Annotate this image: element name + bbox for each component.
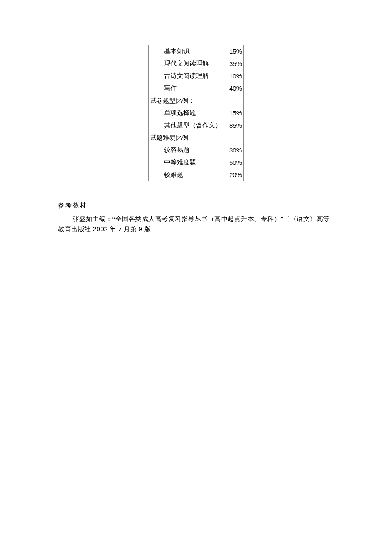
ref-text: 张盛如主编：“全国各类成人高考复习指导丛书（高中起点升本、专科）”〈〈语文》高等 [73,216,330,222]
row-value: 35% [229,60,242,67]
ref-year: 2002 [93,225,108,233]
section-header: 试卷题型比例： [149,95,243,107]
row-label: 中等难度题 [164,158,196,167]
ref-text: 教育出版社 [58,226,93,233]
row-value: 40% [229,85,242,92]
row-label: 较难题 [164,171,183,179]
ref-text: 月第 [122,226,139,233]
table-row: 较容易题 30% [149,144,243,156]
row-label: 现代文阅读理解 [164,60,209,68]
header-label: 试题难易比例 [150,134,188,142]
ref-text: 年 [108,226,118,233]
table-row: 现代文阅读理解 35% [149,58,243,70]
table-row: 其他题型（含作文） 85% [149,119,243,132]
row-value: 20% [229,171,242,178]
row-label: 其他题型（含作文） [164,121,222,129]
row-value: 50% [229,159,242,166]
table-row: 写作 40% [149,82,243,95]
header-label: 试卷题型比例： [150,97,195,105]
ref-text: 版 [142,226,151,233]
reference-section: 参考教材 张盛如主编：“全国各类成人高考复习指导丛书（高中起点升本、专科）”〈〈… [58,200,337,234]
row-value: 85% [229,122,242,129]
row-value: 15% [229,109,242,117]
table-row: 基本知识 15% [149,45,243,58]
row-value: 10% [229,72,242,80]
ratio-table: 基本知识 15% 现代文阅读理解 35% 古诗文阅读理解 10% 写作 40% … [148,45,244,181]
section-header: 试题难易比例 [149,132,243,144]
row-label: 基本知识 [164,47,190,55]
table-row: 单项选择题 15% [149,107,243,119]
reference-heading: 参考教材 [58,200,337,210]
row-label: 写作 [164,84,177,92]
row-label: 较容易题 [164,146,190,154]
table-row: 较难题 20% [149,169,243,181]
reference-body-line1: 张盛如主编：“全国各类成人高考复习指导丛书（高中起点升本、专科）”〈〈语文》高等 [58,214,337,224]
table-row: 古诗文阅读理解 10% [149,70,243,82]
row-value: 30% [229,147,242,154]
table-row: 中等难度题 50% [149,156,243,169]
row-label: 古诗文阅读理解 [164,72,209,80]
ref-month: 7 [118,225,122,233]
row-label: 单项选择题 [164,109,196,117]
row-value: 15% [229,48,242,55]
ref-edition: 9 [138,225,142,233]
reference-body-line2: 教育出版社 2002 年 7 月第 9 版 [58,224,337,234]
